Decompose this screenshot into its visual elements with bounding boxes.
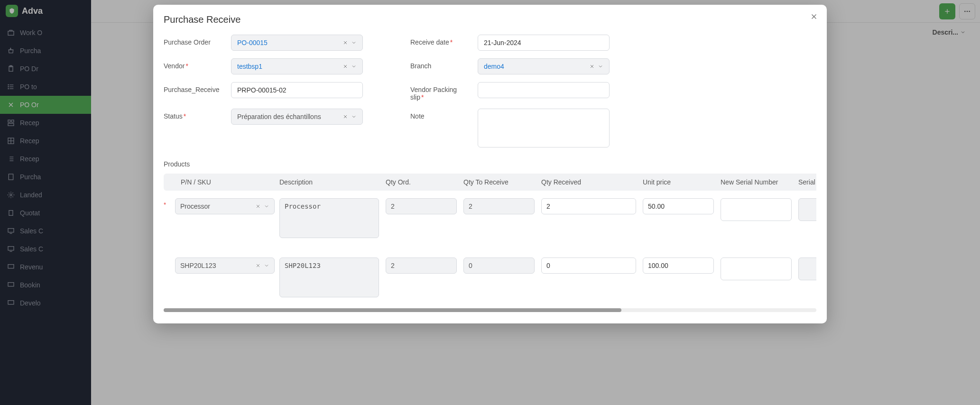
- field-status: Status* Préparation des échantillons: [164, 109, 363, 149]
- desc-textarea[interactable]: [279, 198, 379, 238]
- field-note: Note: [410, 109, 610, 149]
- field-branch: Branch demo4: [410, 58, 610, 74]
- sku-value: Processor: [180, 202, 210, 210]
- clear-icon[interactable]: [589, 64, 595, 69]
- modal-title: Purchase Receive: [164, 14, 816, 25]
- field-purchase-order: Purchase Order PO-00015: [164, 35, 363, 51]
- chevron-down-icon: [351, 114, 357, 120]
- desc-textarea[interactable]: [279, 258, 379, 297]
- qty-to-receive-input: [463, 198, 535, 214]
- chevron-down-icon: [264, 263, 269, 268]
- chevron-down-icon: [598, 64, 603, 69]
- scrollbar-thumb[interactable]: [164, 308, 621, 312]
- header-qty-received: Qty Received: [541, 178, 636, 186]
- sku-select[interactable]: SHP20L123: [175, 258, 275, 274]
- note-textarea[interactable]: [478, 109, 610, 147]
- label-note: Note: [410, 109, 472, 120]
- field-purchase-receive: Purchase_Receive: [164, 82, 363, 101]
- vendor-select[interactable]: testbsp1: [231, 58, 363, 74]
- product-row: SHP20L123: [164, 258, 816, 306]
- header-new-serial: New Serial Number: [721, 178, 792, 186]
- close-button[interactable]: [810, 12, 818, 21]
- form-grid: Purchase Order PO-00015 Receive date: [164, 35, 816, 149]
- header-desc: Description: [279, 178, 379, 186]
- label-vendor-packing-slip: Vendor Packing slip*: [410, 82, 472, 101]
- qty-ord-input: [386, 258, 457, 274]
- sku-value: SHP20L123: [180, 262, 216, 269]
- new-serial-input[interactable]: [721, 258, 792, 280]
- clear-icon[interactable]: [342, 114, 348, 120]
- receive-date-input[interactable]: [478, 35, 610, 51]
- vendor-packing-slip-input[interactable]: [478, 82, 610, 98]
- purchase-order-value: PO-00015: [237, 39, 342, 46]
- serial-list-input: [798, 258, 816, 280]
- clear-icon[interactable]: [255, 203, 261, 209]
- label-status: Status*: [164, 109, 225, 120]
- chevron-down-icon: [351, 40, 357, 46]
- header-qty-to-receive: Qty To Receive: [463, 178, 535, 186]
- unit-price-input[interactable]: [643, 198, 714, 214]
- label-purchase-receive: Purchase_Receive: [164, 82, 225, 93]
- new-serial-input[interactable]: [721, 198, 792, 221]
- purchase-receive-modal: Purchase Receive Purchase Order PO-00015: [153, 5, 827, 323]
- required-marker: *: [164, 201, 166, 208]
- header-sku: P/N / SKU: [170, 178, 275, 186]
- field-vendor-packing-slip: Vendor Packing slip*: [410, 82, 610, 101]
- status-select[interactable]: Préparation des échantillons: [231, 109, 363, 125]
- purchase-receive-input[interactable]: [231, 82, 363, 98]
- qty-ord-input: [386, 198, 457, 214]
- label-receive-date: Receive date*: [410, 35, 472, 46]
- products-section-title: Products: [164, 160, 816, 168]
- field-vendor: Vendor* testbsp1: [164, 58, 363, 74]
- purchase-order-select[interactable]: PO-00015: [231, 35, 363, 51]
- products-header-row: P/N / SKU Description Qty Ord. Qty To Re…: [164, 174, 816, 191]
- header-qty-ord: Qty Ord.: [386, 178, 457, 186]
- products-table-wrap: P/N / SKU Description Qty Ord. Qty To Re…: [164, 174, 816, 306]
- clear-icon[interactable]: [255, 263, 261, 268]
- modal-overlay: Purchase Receive Purchase Order PO-00015: [0, 0, 980, 405]
- branch-select[interactable]: demo4: [478, 58, 610, 74]
- close-icon: [810, 12, 818, 21]
- header-unit-price: Unit price: [643, 178, 714, 186]
- sku-select[interactable]: Processor: [175, 198, 275, 214]
- chevron-down-icon: [351, 64, 357, 69]
- serial-list-input: [798, 198, 816, 221]
- vendor-value: testbsp1: [237, 63, 342, 70]
- status-value: Préparation des échantillons: [237, 113, 342, 120]
- chevron-down-icon: [264, 203, 269, 209]
- qty-to-receive-input: [463, 258, 535, 274]
- label-branch: Branch: [410, 58, 472, 70]
- horizontal-scrollbar[interactable]: [164, 308, 816, 312]
- app-root: Adva Work O Purcha PO Dr PO to PO Or: [0, 0, 980, 405]
- qty-received-input[interactable]: [541, 198, 636, 214]
- unit-price-input[interactable]: [643, 258, 714, 274]
- label-purchase-order: Purchase Order: [164, 35, 225, 46]
- branch-value: demo4: [484, 63, 589, 70]
- clear-icon[interactable]: [342, 40, 348, 46]
- label-vendor: Vendor*: [164, 58, 225, 70]
- product-row: * Processor: [164, 198, 816, 247]
- products-table: P/N / SKU Description Qty Ord. Qty To Re…: [164, 174, 816, 306]
- header-serial-list: Serial Number List: [798, 178, 816, 186]
- qty-received-input[interactable]: [541, 258, 636, 274]
- field-receive-date: Receive date*: [410, 35, 610, 51]
- clear-icon[interactable]: [342, 64, 348, 69]
